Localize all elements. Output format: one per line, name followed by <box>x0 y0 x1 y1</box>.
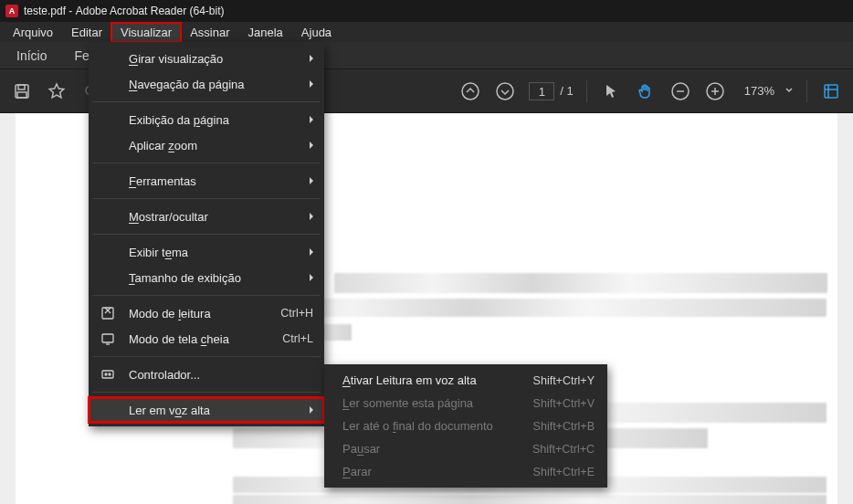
menu-arquivo[interactable]: Arquivo <box>4 23 62 42</box>
shortcut-label: Shift+Ctrl+E <box>533 466 595 478</box>
menu-visualizar[interactable]: Visualizar <box>111 23 181 42</box>
zoom-dropdown-icon[interactable] <box>785 84 794 98</box>
menuitem-ferramentas[interactable]: Ferramentas Ferramentas <box>89 168 324 194</box>
svg-point-12 <box>105 373 107 375</box>
menuitem-tamanho-exibicao[interactable]: Tamanho de exibição Tamanho de exibição <box>89 265 324 290</box>
hand-tool-icon[interactable] <box>635 80 657 102</box>
svg-rect-11 <box>102 371 113 378</box>
submenu-arrow-icon <box>310 116 313 123</box>
fit-width-icon[interactable] <box>820 80 842 102</box>
shortcut-label: Ctrl+L <box>282 332 313 345</box>
menu-separator <box>92 356 321 357</box>
menu-ajuda[interactable]: Ajuda <box>292 23 341 42</box>
menuitem-mostrar-ocultar[interactable]: Mostrar/ocultar Mostrar/ocultar <box>89 204 324 229</box>
tab-inicio[interactable]: Início <box>16 48 47 63</box>
menuitem-navegacao-pagina[interactable]: Navegação da página Navegação da página <box>89 71 324 97</box>
submenu-arrow-icon <box>310 177 313 184</box>
submenu-arrow-icon <box>310 274 313 281</box>
svg-point-5 <box>497 83 513 100</box>
read-mode-icon <box>100 305 116 321</box>
menuitem-controlador[interactable]: Controlador... <box>89 362 324 387</box>
pointer-tool-icon[interactable] <box>600 80 622 102</box>
star-icon[interactable] <box>46 80 68 102</box>
svg-point-4 <box>462 83 479 100</box>
save-icon[interactable] <box>11 80 33 102</box>
app-name: Adobe Acrobat Reader (64-bit) <box>76 5 225 17</box>
submenuitem-ativar[interactable]: Ativar Leitura em voz alta Shift+Ctrl+Y … <box>324 369 607 392</box>
menu-separator <box>92 295 321 296</box>
submenu-arrow-icon <box>310 406 313 414</box>
svg-rect-8 <box>825 85 837 98</box>
submenu-arrow-icon <box>310 213 313 220</box>
menuitem-girar-visualizacao[interactable]: Girar visualização Girar visualização <box>89 46 324 71</box>
svg-rect-2 <box>17 92 26 98</box>
controller-icon <box>100 366 116 383</box>
svg-rect-10 <box>102 334 113 342</box>
shortcut-label: Shift+Ctrl+C <box>532 443 595 456</box>
page-up-icon[interactable] <box>459 80 481 102</box>
menuitem-exibicao-pagina[interactable]: Exibição da página Exibição da página <box>89 107 324 132</box>
submenu-arrow-icon <box>310 80 313 88</box>
menuitem-modo-leitura[interactable]: Modo de leitura Ctrl+H Modo de leitura <box>89 300 324 326</box>
submenu-ler-voz-alta: Ativar Leitura em voz alta Shift+Ctrl+Y … <box>324 364 607 488</box>
menuitem-ler-voz-alta[interactable]: Ler em voz alta Ler em voz alta <box>89 397 324 423</box>
zoom-out-icon[interactable] <box>669 80 691 102</box>
shortcut-label: Shift+Ctrl+V <box>533 397 595 410</box>
menu-bar: Arquivo Editar Visualizar Assinar Janela… <box>0 22 853 42</box>
menuitem-tela-cheia[interactable]: Modo de tela cheia Ctrl+L Modo de tela c… <box>89 326 324 352</box>
submenuitem-ate-final: Ler até o final do documento Shift+Ctrl+… <box>324 415 607 437</box>
submenuitem-parar: Parar Shift+Ctrl+E Parar <box>324 460 607 483</box>
page-current-input[interactable]: 1 <box>529 82 554 100</box>
menu-separator <box>92 163 321 163</box>
pdf-app-icon: A <box>5 5 18 17</box>
shortcut-label: Ctrl+H <box>280 307 313 320</box>
menu-separator <box>92 198 321 199</box>
document-filename: teste.pdf <box>24 5 66 17</box>
tab-ferramentas[interactable]: Fe <box>74 48 89 63</box>
menu-assinar[interactable]: Assinar <box>181 23 238 42</box>
toolbar-divider <box>806 80 807 102</box>
svg-rect-9 <box>102 308 113 319</box>
page-down-icon[interactable] <box>494 80 516 102</box>
submenuitem-esta-pagina: Ler somente esta página Shift+Ctrl+V Ler… <box>324 392 607 415</box>
page-total-label: / 1 <box>560 84 573 98</box>
submenu-arrow-icon <box>310 142 313 149</box>
zoom-level-label[interactable]: 173% <box>739 82 780 100</box>
menu-separator <box>92 234 321 235</box>
shortcut-label: Shift+Ctrl+B <box>533 420 595 433</box>
shortcut-label: Shift+Ctrl+Y <box>533 374 595 387</box>
svg-rect-1 <box>18 85 25 89</box>
menu-separator <box>92 392 321 393</box>
fullscreen-icon <box>100 331 116 347</box>
menu-visualizar-dropdown: Girar visualização Girar visualização Na… <box>89 42 324 426</box>
menuitem-aplicar-zoom[interactable]: Aplicar zoom Aplicar zoom <box>89 132 324 158</box>
menuitem-exibir-tema[interactable]: Exibir tema Exibir tema <box>89 239 324 265</box>
zoom-in-icon[interactable] <box>704 80 726 102</box>
submenuitem-pausar: Pausar Shift+Ctrl+C Pausar <box>324 437 607 460</box>
submenu-arrow-icon <box>310 248 313 256</box>
menu-editar[interactable]: Editar <box>62 23 111 42</box>
toolbar-divider <box>586 80 587 102</box>
svg-point-13 <box>109 373 111 375</box>
menu-janela[interactable]: Janela <box>239 23 292 42</box>
menuitem-controlador-label: Controlador... <box>129 368 200 382</box>
submenu-arrow-icon <box>310 55 313 62</box>
title-bar: A teste.pdf - Adobe Acrobat Reader (64-b… <box>0 0 853 22</box>
menu-separator <box>92 101 321 102</box>
